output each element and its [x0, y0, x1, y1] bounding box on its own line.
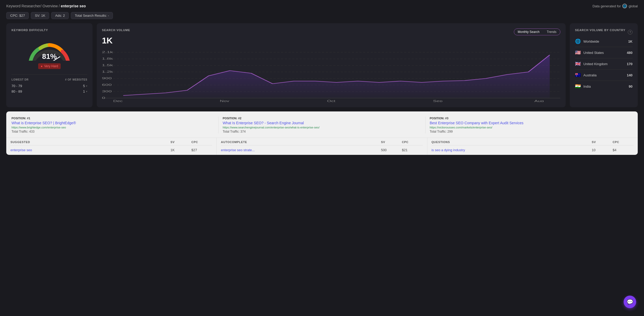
serp-item-1: POSITION: #1 What is Enterprise SEO? | B… — [12, 117, 218, 133]
keyword-difficulty-card: KEYWORD DIFFICULTY — [6, 23, 93, 107]
country-row-in: 🇮🇳 India 90 — [575, 81, 632, 92]
country-name-au: Australia — [583, 73, 597, 77]
kd-stat-row-2: 80 - 89 1 ▾ — [12, 89, 87, 94]
kw-link-questions-1[interactable]: is seo a dying industry — [432, 148, 592, 152]
kw-col-autocomplete: AUTOCOMPLETE — [221, 140, 381, 144]
data-source-label: Data generated for — [593, 4, 621, 8]
sv-toggle-group[interactable]: Monthly Search Trends — [514, 29, 560, 35]
country-name-uk: United Kingdom — [583, 62, 608, 66]
gauge-wrap: 81% — [26, 36, 73, 61]
country-name-us: United States — [583, 51, 604, 55]
globe-icon: 🌐 — [622, 4, 627, 8]
kw-link-suggested-1[interactable]: enterprise seo — [10, 148, 170, 152]
svg-text:300: 300 — [102, 90, 112, 93]
metric-ads: Ads: 2 — [51, 12, 69, 19]
breadcrumb-keyword: enterprise seo — [61, 4, 86, 8]
serp-traffic-3: Total Traffic: 299 — [430, 130, 628, 133]
kw-sv-autocomplete-1: 500 — [381, 148, 402, 152]
metrics-bar: CPC: $27 SV: 1K Ads: 2 Total Search Resu… — [0, 10, 644, 23]
country-vol-us: 480 — [627, 51, 632, 55]
kw-table-header-questions: QUESTIONS SV CPC — [432, 138, 634, 145]
metric-sv: SV: 1K — [31, 12, 49, 19]
kw-cpc-questions-1: $4 — [613, 148, 634, 152]
kd-stat-row-1: 70 - 79 5 ▾ — [12, 83, 87, 89]
sv-left: SEARCH VOLUME 1K — [102, 29, 130, 46]
svg-text:Sep: Sep — [433, 100, 442, 102]
chat-button[interactable]: 💬 — [624, 296, 636, 308]
sv-title: SEARCH VOLUME — [102, 29, 130, 32]
serp-url-1: https://www.brightedge.com/enterprise-se… — [12, 126, 214, 129]
breadcrumb-prefix: Keyword Researcher/ Overview / — [6, 4, 61, 8]
kd-val-2: 1 ▾ — [83, 89, 87, 93]
svg-text:Oct: Oct — [327, 100, 335, 102]
bottom-section: POSITION: #1 What is Enterprise SEO? | B… — [6, 111, 638, 155]
kw-table-header-autocomplete: AUTOCOMPLETE SV CPC — [221, 138, 423, 145]
kw-cpc-autocomplete-1: $21 — [402, 148, 423, 152]
serp-title-1[interactable]: What is Enterprise SEO? | BrightEdge® — [12, 121, 214, 125]
serp-title-2[interactable]: What Is Enterprise SEO? - Search Engine … — [223, 121, 421, 125]
kd-stats-col-dr: LOWEST DR — [12, 78, 28, 81]
svg-text:2.1k: 2.1k — [102, 50, 113, 54]
country-row-us: 🇺🇸 United States 480 — [575, 47, 632, 58]
toggle-monthly[interactable]: Monthly Search — [514, 29, 543, 35]
chevron-icon-2: ▾ — [86, 90, 87, 93]
flag-au: 🇦🇺 — [575, 72, 581, 78]
country-row-worldwide: 🌐 Worldwide 1K — [575, 36, 632, 47]
chart-area: 2.1k 1.8k 1.5k 1.2k 900 600 300 0 — [102, 50, 560, 102]
sv-header: SEARCH VOLUME 1K Monthly Search Trends — [102, 29, 560, 46]
kw-sv-suggested-1: 1K — [170, 148, 191, 152]
chevron-icon-1: ▾ — [86, 84, 87, 87]
gauge-container: 81% Very Hard — [12, 36, 87, 69]
serp-traffic-2: Total Traffic: 374 — [223, 130, 421, 133]
serp-pos-1: POSITION: #1 — [12, 117, 214, 120]
flag-worldwide: 🌐 — [575, 38, 581, 44]
country-vol-au: 140 — [627, 73, 632, 77]
chart-svg: 2.1k 1.8k 1.5k 1.2k 900 600 300 0 — [102, 50, 560, 102]
svg-text:Aug: Aug — [534, 100, 544, 102]
gauge-percent: 81% — [42, 52, 57, 61]
svg-text:1.2k: 1.2k — [102, 70, 113, 73]
kw-table-suggested: SUGGESTED SV CPC enterprise seo 1K $27 — [6, 138, 217, 155]
kd-range-1: 70 - 79 — [12, 84, 22, 88]
svg-text:1.5k: 1.5k — [102, 64, 113, 67]
help-icon[interactable]: ? — [628, 30, 632, 35]
chat-icon: 💬 — [627, 299, 633, 305]
difficulty-label: Very Hard — [44, 64, 58, 68]
kw-link-autocomplete-1[interactable]: enterprise seo strate... — [221, 148, 381, 152]
kw-table-header-suggested: SUGGESTED SV CPC — [10, 138, 212, 145]
difficulty-badge: Very Hard — [38, 63, 61, 69]
country-vol-in: 90 — [629, 84, 632, 88]
serp-title-3[interactable]: Best Enterprise SEO Company with Expert … — [430, 121, 628, 125]
main-grid: KEYWORD DIFFICULTY — [0, 23, 644, 111]
flag-us: 🇺🇸 — [575, 50, 581, 55]
kw-cpc-suggested-1: $27 — [191, 148, 212, 152]
metric-results: Total Search Results: - — [71, 12, 113, 19]
kw-col-cpc-questions: CPC — [613, 140, 634, 144]
data-source: Data generated for 🌐 global — [593, 4, 638, 8]
kw-tables: SUGGESTED SV CPC enterprise seo 1K $27 A… — [6, 138, 638, 155]
svg-text:1.8k: 1.8k — [102, 57, 113, 60]
serp-results: POSITION: #1 What is Enterprise SEO? | B… — [6, 111, 638, 138]
country-title: SEARCH VOLUME BY COUNTRY — [575, 29, 625, 32]
kd-stats-header: LOWEST DR # OF WEBSITES — [12, 78, 87, 81]
toggle-trends[interactable]: Trends — [543, 29, 560, 35]
serp-url-2: https://www.searchenginejournal.com/ente… — [223, 126, 421, 129]
svg-text:Dec: Dec — [113, 100, 123, 102]
sv-value: 1K — [102, 36, 130, 46]
flag-uk: 🇬🇧 — [575, 61, 581, 67]
svg-text:900: 900 — [102, 77, 112, 80]
kw-col-suggested: SUGGESTED — [10, 140, 170, 144]
country-left-in: 🇮🇳 India — [575, 83, 591, 89]
country-vol-uk: 170 — [627, 62, 632, 66]
kw-table-questions: QUESTIONS SV CPC is seo a dying industry… — [427, 138, 638, 155]
top-bar: Keyword Researcher/ Overview / enterpris… — [0, 0, 644, 10]
serp-pos-2: POSITION: #2 — [223, 117, 421, 120]
serp-url-3: https://victiorousseo.com/markets/enterp… — [430, 126, 628, 129]
breadcrumb: Keyword Researcher/ Overview / enterpris… — [6, 4, 86, 8]
data-source-region: global — [629, 4, 638, 8]
svg-text:Nov: Nov — [220, 100, 229, 102]
country-left-au: 🇦🇺 Australia — [575, 72, 597, 78]
kw-sv-questions-1: 10 — [592, 148, 613, 152]
svg-text:600: 600 — [102, 83, 112, 86]
kw-row-questions-1: is seo a dying industry 10 $4 — [432, 145, 634, 155]
